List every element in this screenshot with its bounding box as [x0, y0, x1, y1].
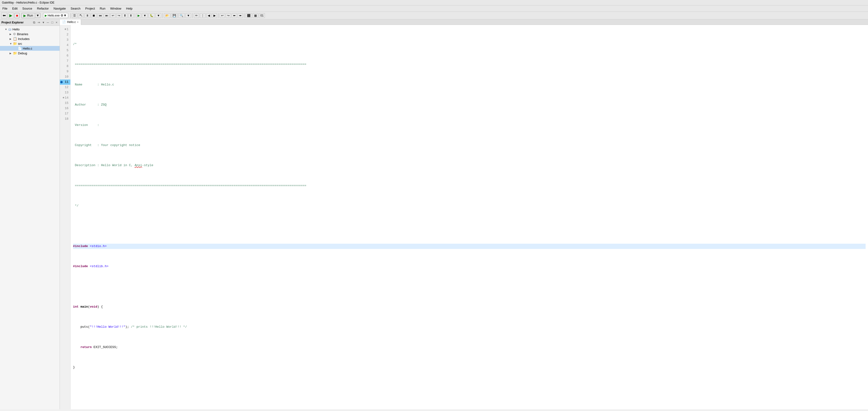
toolbar-save[interactable]: 💾 — [171, 13, 178, 18]
toolbar-run-2[interactable]: ▶ — [136, 13, 141, 18]
menu-refactor[interactable]: Refactor — [35, 6, 51, 11]
menu-window[interactable]: Window — [108, 6, 124, 11]
toolbar-more[interactable]: ⋮ — [200, 13, 206, 18]
sidebar-maximize[interactable]: □ — [51, 20, 54, 25]
toolbar-run-dropdown-2[interactable]: ▼ — [142, 13, 148, 18]
project-tree: ▼ 🗂 Hello ▶ ⚙ Binaries ▶ 📋 Includes ▼ 📁 … — [0, 26, 60, 409]
toolbar-btn-8[interactable]: ↪ — [116, 13, 122, 18]
toolbar-debug[interactable]: 🐛 — [148, 13, 155, 18]
menu-source[interactable]: Source — [20, 6, 34, 11]
linenum-15: 15 — [60, 100, 70, 106]
code-line-14: int main(void) { — [73, 304, 866, 310]
toolbar-btn-7[interactable]: ↩ — [110, 13, 116, 18]
code-line-3: Name : Hello.c — [73, 82, 866, 87]
back-button[interactable]: ⬅ — [1, 12, 7, 19]
toolbar-btn-4[interactable]: ⏹ — [91, 13, 97, 18]
code-line-6: Copyright : Your copyright notice — [73, 143, 866, 148]
linenum-16: 16 — [60, 106, 70, 111]
toolbar-btn-6[interactable]: ⏭ — [104, 13, 110, 18]
window-title: GateWay - Hello/src/Hello.c - Eclipse ID… — [2, 1, 55, 4]
toolbar-btn-2[interactable]: ⛏ — [78, 13, 84, 18]
src-folder-icon: 📁 — [13, 42, 17, 46]
code-line-1: /* — [73, 42, 866, 47]
sidebar-collapse-all[interactable]: ⧉ — [32, 20, 36, 25]
tab-helloc-label: Hello.c — [67, 20, 76, 24]
tab-helloc-close[interactable]: × — [77, 21, 79, 24]
run-config-settings[interactable]: ⚙ — [61, 13, 63, 17]
menu-run[interactable]: Run — [97, 6, 108, 11]
tree-item-includes[interactable]: ▶ 📋 Includes — [0, 36, 60, 41]
toolbar: ⬅ ▶ ■ ▶ Run ▼ ▶ Hello.exe ⚙ ▼ ☰ ⛏ ⏸ ⏹ ⏮ … — [0, 12, 868, 20]
linenum-12: 12 — [60, 85, 70, 90]
sidebar-link[interactable]: ⇒ — [37, 20, 41, 25]
linenum-10: 10 — [60, 74, 70, 80]
helloc-label: Hello.c — [23, 47, 32, 50]
toolbar-redo[interactable]: ↪ — [226, 13, 231, 18]
menu-project[interactable]: Project — [83, 6, 97, 11]
code-content[interactable]: /* =====================================… — [71, 25, 868, 409]
toolbar-separator-2 — [135, 13, 135, 18]
toolbar-nav-fwd[interactable]: ➡ — [238, 13, 243, 18]
linenum-2: 2 — [60, 32, 70, 37]
toolbar-maximize[interactable]: ⬛ — [246, 13, 252, 18]
toolbar-btn-10[interactable]: ⬇ — [128, 13, 133, 18]
toolbar-nav-back[interactable]: ⬅ — [232, 13, 237, 18]
tree-item-src[interactable]: ▼ 📁 src — [0, 41, 60, 46]
toolbar-prev[interactable]: ◀ — [206, 13, 211, 18]
toolbar-open[interactable]: 📂 — [164, 13, 170, 18]
toolbar-separator-4 — [192, 13, 193, 18]
code-line-13 — [73, 284, 866, 289]
code-line-2: ========================================… — [73, 62, 866, 67]
code-line-5: Version : — [73, 122, 866, 128]
includes-icon: 📋 — [13, 37, 17, 41]
code-line-18 — [73, 385, 866, 390]
code-line-8: ========================================… — [73, 183, 866, 188]
line-numbers: ⊕1 2 3 4 5 6 7 8 9 10 11 12 13 ⊕14 15 16… — [60, 25, 71, 409]
sidebar-title: Project Explorer — [1, 21, 24, 24]
src-label: src — [18, 42, 22, 46]
run-label: Run — [27, 13, 33, 17]
menu-edit[interactable]: Edit — [10, 6, 20, 11]
linenum-17: 17 — [60, 111, 70, 116]
tree-item-helloc[interactable]: 📄 Hello.c — [0, 46, 60, 51]
tree-item-debug[interactable]: ▶ 📁 Debug — [0, 51, 60, 56]
sidebar-close[interactable]: × — [55, 20, 58, 25]
menu-search[interactable]: Search — [68, 6, 83, 11]
toolbar-btn-5[interactable]: ⏮ — [97, 13, 103, 18]
run-green-button[interactable]: ▶ — [8, 12, 13, 19]
linenum-8: 8 — [60, 64, 70, 69]
hello-expand-arrow: ▼ — [5, 28, 8, 31]
stop-button[interactable]: ■ — [14, 13, 20, 18]
run-config-label: Hello.exe — [48, 14, 60, 17]
run-button[interactable]: ▶ Run — [21, 13, 35, 18]
toolbar-pencil[interactable]: ✏ — [194, 13, 199, 18]
toolbar-btn-1[interactable]: ☰ — [72, 13, 77, 18]
toolbar-debug-dropdown[interactable]: ▼ — [156, 13, 161, 18]
tree-item-hello[interactable]: ▼ 🗂 Hello — [0, 27, 60, 32]
linenum-1: ⊕1 — [60, 27, 70, 32]
hello-label: Hello — [12, 28, 20, 31]
menu-file[interactable]: File — [0, 6, 10, 11]
includes-label: Includes — [18, 37, 29, 41]
toolbar-btn-3[interactable]: ⏸ — [85, 13, 90, 18]
run-dropdown[interactable]: ▼ — [35, 13, 40, 18]
toolbar-btn-9[interactable]: ⬆ — [122, 13, 128, 18]
play-icon: ▶ — [24, 13, 26, 18]
menu-help[interactable]: Help — [124, 6, 135, 11]
toolbar-undo[interactable]: ↩ — [220, 13, 225, 18]
includes-expand-arrow: ▶ — [9, 37, 13, 40]
run-config-dropdown[interactable]: ▼ — [63, 13, 66, 17]
sidebar-minimize[interactable]: ─ — [46, 20, 50, 25]
linenum-11[interactable]: 11 — [60, 80, 70, 85]
toolbar-binary[interactable]: 01 — [259, 13, 265, 18]
toolbar-layout[interactable]: ▦ — [253, 13, 258, 18]
toolbar-search-dropdown[interactable]: ▼ — [185, 13, 191, 18]
toolbar-next[interactable]: ▶ — [212, 13, 217, 18]
menu-navigate[interactable]: Navigate — [51, 6, 68, 11]
tab-helloc[interactable]: 📄 Hello.c × — [60, 20, 81, 25]
debug-expand-arrow: ▶ — [9, 52, 13, 55]
code-editor[interactable]: ⊕1 2 3 4 5 6 7 8 9 10 11 12 13 ⊕14 15 16… — [60, 25, 868, 409]
toolbar-search[interactable]: 🔍 — [178, 13, 185, 18]
tree-item-binaries[interactable]: ▶ ⚙ Binaries — [0, 32, 60, 36]
sidebar-filter[interactable]: ▾ — [42, 20, 45, 25]
